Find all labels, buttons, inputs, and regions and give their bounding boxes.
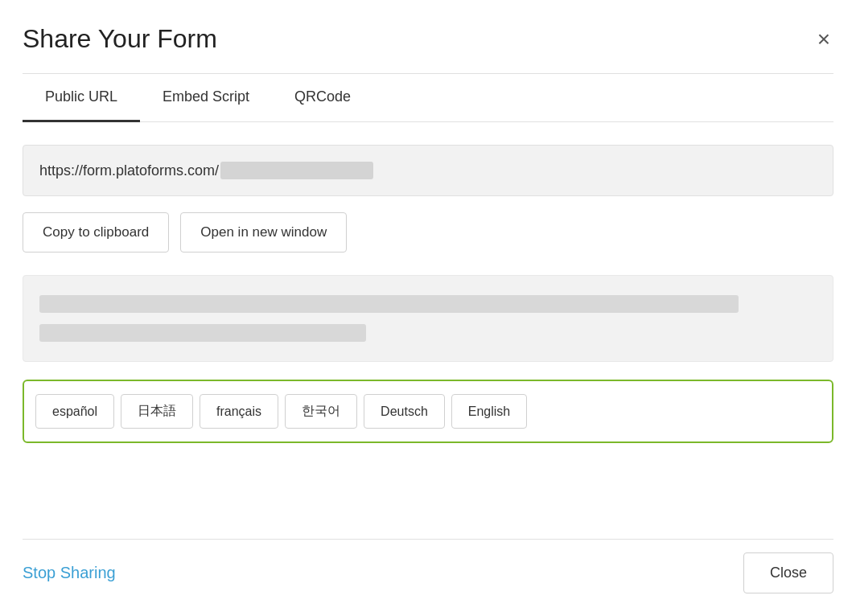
share-form-dialog: Share Your Form × Public URL Embed Scrip…: [0, 0, 856, 616]
tab-public-url[interactable]: Public URL: [23, 74, 140, 122]
lang-btn-espanol[interactable]: español: [35, 394, 114, 429]
lang-btn-deutsch[interactable]: Deutsch: [364, 394, 445, 429]
language-selector: español 日本語 français 한국어 Deutsch English: [23, 380, 833, 443]
close-icon-button[interactable]: ×: [814, 25, 833, 54]
dialog-header: Share Your Form ×: [23, 24, 833, 54]
stop-sharing-button[interactable]: Stop Sharing: [23, 557, 116, 589]
url-display: https://form.platoforms.com/: [23, 145, 833, 196]
placeholder-line-2: [39, 324, 366, 342]
lang-btn-japanese[interactable]: 日本語: [121, 394, 193, 429]
lang-btn-francais[interactable]: français: [200, 394, 278, 429]
lang-btn-english[interactable]: English: [451, 394, 527, 429]
tab-embed-script[interactable]: Embed Script: [140, 74, 272, 122]
tabs-container: Public URL Embed Script QRCode: [23, 74, 833, 122]
dialog-title: Share Your Form: [23, 24, 217, 54]
close-dialog-button[interactable]: Close: [743, 552, 833, 593]
copy-to-clipboard-button[interactable]: Copy to clipboard: [23, 212, 169, 253]
open-in-new-window-button[interactable]: Open in new window: [180, 212, 347, 253]
dialog-footer: Stop Sharing Close: [23, 539, 833, 593]
url-redacted-part: [220, 162, 373, 179]
action-buttons: Copy to clipboard Open in new window: [23, 212, 833, 253]
lang-btn-korean[interactable]: 한국어: [285, 394, 357, 429]
preview-placeholder: [23, 275, 833, 362]
url-prefix: https://form.platoforms.com/: [39, 162, 219, 179]
placeholder-line-1: [39, 295, 739, 313]
tab-qrcode[interactable]: QRCode: [272, 74, 373, 122]
